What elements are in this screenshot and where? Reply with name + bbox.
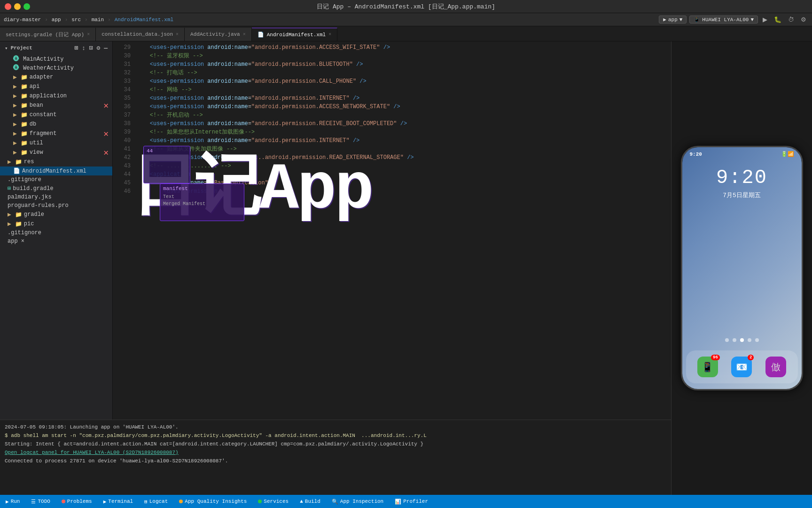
toolbar-left: diary-master › app › src › main › Androi…	[4, 17, 173, 23]
gradle-icon: ⊞	[8, 185, 11, 192]
status-app-inspection[interactable]: 🔍 App Inspection	[326, 495, 389, 508]
tab-add-activity[interactable]: AddActivity.java ×	[185, 28, 252, 41]
folder-icon: ▶	[13, 111, 17, 119]
dock-icon-1[interactable]: 📱 96	[697, 357, 718, 377]
status-logcat[interactable]: ⊞ Logcat	[139, 495, 173, 508]
tab-close-icon[interactable]: ×	[328, 32, 331, 37]
phone-status-bar: 9:20 🔋📶	[682, 147, 802, 157]
status-services[interactable]: Services	[252, 495, 294, 508]
terminal-line-logcat-link[interactable]: Open logcat panel for HUAWEI LYA-AL00 (S…	[5, 448, 666, 457]
sidebar-item-util[interactable]: ▶ 📁 util	[0, 138, 112, 148]
sidebar-item-main-activity[interactable]: 🅐 MainActivity	[0, 55, 112, 64]
window-controls	[5, 3, 30, 10]
phone-screen: 9:20 🔋📶 9:20 7月5日星期五 📱 96	[682, 147, 802, 389]
minimize-button[interactable]	[14, 3, 21, 10]
problems-label: Problems	[67, 499, 92, 504]
breadcrumb-sep4: ›	[108, 17, 111, 23]
code-line-36: <uses-permission android:name="android.p…	[136, 103, 662, 111]
app-quality-label: App Quality Insights	[185, 499, 247, 504]
item-label: build.gradle	[13, 185, 53, 192]
toolbar: diary-master › app › src › main › Androi…	[0, 13, 812, 26]
services-dot	[258, 500, 262, 503]
status-todo[interactable]: ☰ TODO	[25, 495, 55, 508]
close-button[interactable]	[5, 3, 11, 10]
code-line-40: <uses-permission android:name="android.p…	[136, 136, 662, 145]
sidebar-item-android-manifest[interactable]: 📄 AndroidManifest.xml	[0, 167, 112, 175]
sidebar-item-api[interactable]: ▶ 📁 api	[0, 82, 112, 91]
breadcrumb-diary-master[interactable]: diary-master	[4, 17, 41, 23]
maximize-button[interactable]	[23, 3, 30, 10]
device-label: HUAWEI LYA-AL00	[702, 17, 749, 23]
code-line-41: <!-- 如果从文件夹加载图像 -->	[136, 145, 662, 153]
status-app-quality[interactable]: App Quality Insights	[173, 495, 252, 508]
folder-symbol: 📁	[15, 211, 22, 218]
sidebar-item-adapter[interactable]: ▶ 📁 adapter	[0, 72, 112, 82]
tab-android-manifest[interactable]: 📄 AndroidManifest.xml ×	[252, 28, 337, 41]
breadcrumb-manifest[interactable]: AndroidManifest.xml	[115, 17, 173, 23]
sidebar-header[interactable]: ▾ Project ⊞ ↕ ⊡ ⚙ —	[0, 41, 112, 55]
app-inspection-icon: 🔍	[332, 499, 338, 505]
status-run[interactable]: ▶ Run	[0, 495, 25, 508]
breadcrumb-src[interactable]: src	[71, 17, 81, 23]
folder-icon: ▶	[13, 92, 17, 100]
sidebar-item-bean[interactable]: ▶ 📁 bean ✕	[0, 101, 112, 110]
sidebar-item-application[interactable]: ▶ 📁 application	[0, 91, 112, 101]
breadcrumb-app[interactable]: app	[52, 17, 61, 23]
title-bar: 日记 App – AndroidManifest.xml [日记_App.app…	[0, 0, 812, 13]
tab-close-icon[interactable]: ×	[87, 32, 90, 37]
item-label: palmdiary.jks	[8, 194, 52, 200]
status-terminal[interactable]: ▶ Terminal	[98, 495, 139, 508]
run-label: Run	[11, 499, 20, 504]
tab-close-icon[interactable]: ×	[176, 32, 179, 37]
terminal-line-1: 2024-07-05 09:18:05: Launching app on 'H…	[5, 423, 666, 431]
run-config-selector[interactable]: ▶ app ▼	[659, 16, 687, 24]
status-build[interactable]: ▲ Build	[294, 495, 326, 508]
sidebar-item-weather-activity[interactable]: 🅐 WeatherActivity	[0, 64, 112, 72]
sidebar-item-view[interactable]: ▶ 📁 view ✕	[0, 148, 112, 157]
sidebar-item-constant[interactable]: ▶ 📁 constant	[0, 110, 112, 119]
sidebar-item-root-gitignore[interactable]: .gitignore	[0, 229, 112, 237]
folder-icon: ▶	[13, 83, 17, 90]
sidebar-item-palmdiary-jks[interactable]: palmdiary.jks	[0, 193, 112, 201]
build-icon: ▲	[300, 499, 303, 504]
folder-icon: ▶	[8, 220, 11, 228]
status-profiler[interactable]: 📊 Profiler	[389, 495, 434, 508]
logcat-icon: ⊞	[144, 499, 148, 505]
run-button[interactable]: ▶	[761, 15, 769, 24]
sidebar-item-res[interactable]: ▶ 📁 res	[0, 157, 112, 167]
device-selector[interactable]: 📱 HUAWEI LYA-AL00 ▼	[689, 16, 758, 24]
sidebar-item-gradle[interactable]: ▶ 📁 gradle	[0, 210, 112, 219]
tab-close-icon[interactable]: ×	[243, 32, 246, 37]
folder-symbol: 📁	[21, 74, 28, 81]
build-label: Build	[305, 499, 320, 504]
status-problems[interactable]: Problems	[56, 495, 98, 508]
sidebar-item-gitignore[interactable]: .gitignore	[0, 175, 112, 184]
sidebar-item-proguard[interactable]: proguard-rules.pro	[0, 201, 112, 210]
dock-icon-3[interactable]: 倣	[765, 357, 786, 377]
dock-icon-2[interactable]: 📧 2	[731, 357, 752, 377]
sidebar-title: Project	[11, 45, 32, 51]
debug-button[interactable]: 🐛	[772, 15, 783, 24]
item-label: proguard-rules.pro	[8, 202, 69, 209]
tab-constellation[interactable]: constellation_data.json ×	[96, 28, 185, 41]
item-label: fragment	[30, 130, 57, 137]
services-label: Services	[264, 499, 289, 504]
sidebar-item-build-gradle[interactable]: ⊞ build.gradle	[0, 184, 112, 193]
sidebar-item-fragment[interactable]: ▶ 📁 fragment ✕	[0, 129, 112, 138]
tab-label: settings.gradle (日记 App)	[6, 31, 84, 38]
breadcrumb-main[interactable]: main	[92, 17, 104, 23]
sidebar-item-pic[interactable]: ▶ 📁 pic	[0, 219, 112, 229]
tab-settings-gradle[interactable]: settings.gradle (日记 App) ×	[0, 28, 96, 41]
settings-icon[interactable]: ⚙	[799, 15, 808, 24]
sidebar-item-app[interactable]: app ×	[0, 237, 112, 246]
item-label: res	[24, 159, 34, 165]
code-line-30: <!-- 蓝牙权限 -->	[136, 52, 662, 60]
code-line-46: <uses-permission	[136, 187, 662, 196]
profile-button[interactable]: ⏱	[786, 15, 796, 24]
item-label: gradle	[24, 211, 44, 218]
item-label: bean	[30, 102, 43, 109]
folder-symbol: 📁	[21, 93, 28, 100]
item-label: pic	[24, 221, 34, 227]
sidebar-item-db[interactable]: ▶ 📁 db	[0, 119, 112, 129]
lock-dot-1	[725, 338, 729, 342]
